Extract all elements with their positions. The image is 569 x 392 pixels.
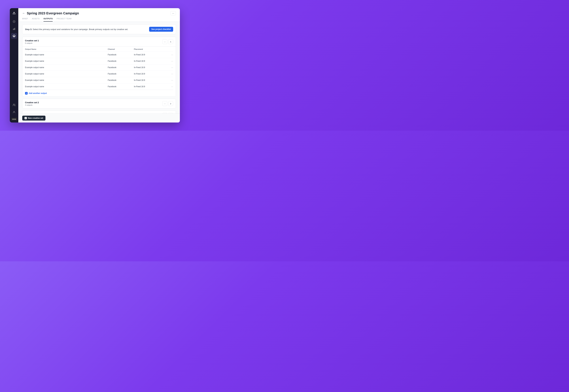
svg-point-9 [13,104,14,105]
add-output-button[interactable]: + Add another output [25,90,173,97]
output-row: Example output name Facebook In-Feed 16:… [25,64,173,71]
creative-set-2-more-button[interactable]: ··· [162,101,167,106]
add-icon[interactable] [11,19,17,25]
back-button[interactable]: ← [22,12,25,15]
step-banner: Step 3: Select the primary output and va… [22,24,176,34]
creative-set-1-header: Creative set 1 6 outputs ··· ∧ [22,37,176,46]
analytics-icon[interactable] [11,26,17,32]
output-row: Example output name Facebook In-Feed 16:… [25,52,173,58]
output-row: Example output name Facebook In-Feed 16:… [25,84,173,90]
user-icon[interactable] [11,109,17,115]
creative-set-1-name: Creative set 1 [25,39,39,42]
output-row-1-more[interactable]: ··· [167,60,173,62]
bottom-bar: + New creative set [18,113,180,123]
creative-set-3-header: Creative set 3 5 outputs ··· ∨ [22,111,176,113]
tab-brief[interactable]: Brief [22,18,28,22]
creative-set-3: Creative set 3 5 outputs ··· ∨ [22,111,176,113]
tab-assets[interactable]: Assets [32,18,40,22]
workspace-label[interactable]: siesta [11,118,17,121]
output-row-2-more[interactable]: ··· [167,66,173,69]
creative-set-2-controls: ··· ∨ [162,101,173,106]
main-area: ← Spring 2023 Evergreen Campaign ··· Bri… [18,8,180,123]
output-row-4-more[interactable]: ··· [167,79,173,82]
header-top: ← Spring 2023 Evergreen Campaign ··· [22,11,176,15]
output-row: Example output name Facebook In-Feed 16:… [25,71,173,77]
header-title-row: ← Spring 2023 Evergreen Campaign [22,12,79,15]
creative-set-1-count: 6 outputs [25,42,39,44]
creative-set-2: Creative set 2 4 outputs ··· ∨ [22,99,176,109]
output-row: Example output name Facebook In-Feed 16:… [25,58,173,64]
output-row-5-more[interactable]: ··· [167,85,173,88]
more-button[interactable]: ··· [170,11,176,15]
creative-set-2-header: Creative set 2 4 outputs ··· ∨ [22,99,176,108]
layers-icon[interactable] [11,33,17,39]
creative-set-1-controls: ··· ∧ [162,39,173,44]
step-text: Step 3: Select the primary output and va… [25,28,128,30]
new-creative-plus-icon: + [25,117,27,119]
output-row-3-more[interactable]: ··· [167,72,173,75]
svg-rect-5 [13,29,14,30]
team-icon[interactable] [11,102,17,108]
new-creative-set-button[interactable]: + New creative set [22,116,45,121]
creative-set-2-count: 4 outputs [25,104,39,106]
tab-outputs[interactable]: Outputs [44,18,53,22]
output-table-1: Output name Channel Placement Example ou… [22,46,176,97]
header: ← Spring 2023 Evergreen Campaign ··· Bri… [18,8,180,22]
content-area: Step 3: Select the primary output and va… [18,22,180,113]
creative-set-1-more-button[interactable]: ··· [162,39,167,44]
creative-set-1-info: Creative set 1 6 outputs [25,39,39,44]
tabs-nav: Brief Assets Outputs Project Team [22,18,176,22]
page-title: Spring 2023 Evergreen Campaign [27,12,79,15]
sidebar: siesta [10,8,18,123]
add-output-icon: + [25,92,28,95]
checklist-button[interactable]: See project checklist [149,27,173,32]
svg-rect-6 [14,28,15,30]
creative-set-1: Creative set 1 6 outputs ··· ∧ Output na… [22,37,176,97]
header-actions: ··· [170,11,176,15]
output-row: Example output name Facebook In-Feed 16:… [25,77,173,84]
creative-set-2-expand-button[interactable]: ∨ [168,101,173,106]
output-row-0-more[interactable]: ··· [167,53,173,56]
output-table-header: Output name Channel Placement [25,47,173,52]
creative-set-2-name: Creative set 2 [25,101,39,104]
creative-set-1-collapse-button[interactable]: ∧ [168,39,173,44]
svg-rect-7 [15,28,15,30]
logo-icon[interactable] [11,10,17,16]
app-container: siesta ← Spring 2023 Evergreen Campaign … [10,8,180,123]
tab-project-team[interactable]: Project Team [57,18,72,22]
creative-set-2-info: Creative set 2 4 outputs [25,101,39,106]
